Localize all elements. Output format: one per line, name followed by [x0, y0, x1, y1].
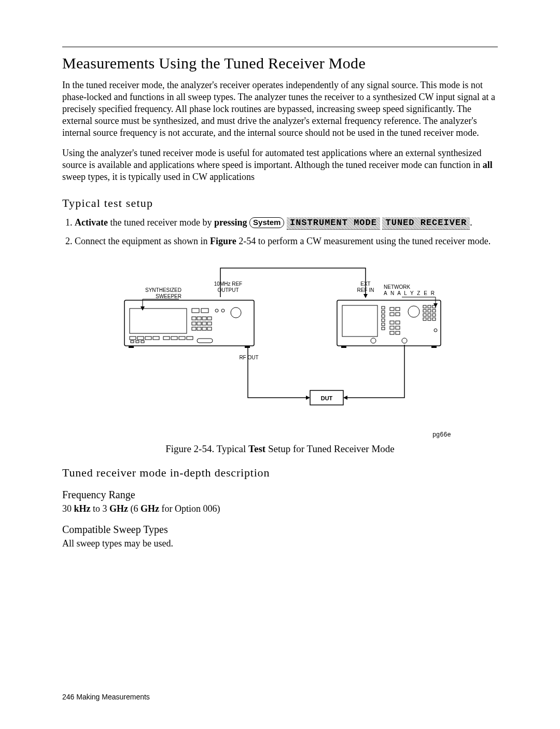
svg-rect-48	[390, 307, 394, 311]
frequency-range-body: 30 kHz to 3 GHz (6 GHz for Option 006)	[62, 503, 498, 515]
step1-tail: .	[470, 217, 472, 228]
svg-rect-67	[432, 314, 436, 316]
label-rf-out: RF OUT	[239, 355, 258, 360]
figure-2-54: .ln { stroke:#000; stroke-width:1.5; fil…	[62, 258, 498, 455]
page-footer: 246 Making Measurements	[62, 693, 150, 701]
setup-steps: Activate the tuned receiver mode by pres…	[62, 216, 498, 247]
p2-pre: Using the analyzer's tuned receiver mode…	[62, 148, 483, 170]
svg-rect-25	[207, 327, 212, 330]
svg-rect-14	[192, 317, 196, 320]
svg-rect-8	[130, 309, 187, 333]
svg-marker-0	[363, 294, 368, 298]
step-2: Connect the equipment as shown in Figure…	[75, 235, 498, 247]
svg-rect-22	[192, 327, 196, 330]
step1-mid: the tuned receiver mode by	[108, 217, 214, 228]
step2-figure-word: Figure	[210, 236, 236, 246]
svg-rect-55	[396, 326, 400, 329]
figure-caption: Figure 2-54. Typical Test Setup for Tune…	[62, 443, 498, 455]
svg-point-71	[434, 329, 437, 332]
svg-rect-16	[202, 317, 206, 320]
hardkey-system: System	[249, 217, 284, 228]
fr-ghz1: GHz	[109, 503, 128, 514]
svg-rect-43	[382, 311, 385, 313]
svg-rect-74	[341, 346, 346, 348]
top-rule	[62, 47, 498, 47]
svg-rect-63	[428, 310, 431, 312]
svg-rect-59	[423, 305, 426, 308]
step1-activate: Activate	[75, 217, 108, 228]
svg-rect-52	[390, 321, 394, 324]
compatible-sweep-body: All sweep types may be used.	[62, 538, 498, 550]
svg-point-73	[402, 338, 407, 343]
svg-point-72	[371, 338, 376, 343]
figure-diagram: .ln { stroke:#000; stroke-width:1.5; fil…	[114, 258, 446, 429]
svg-rect-32	[179, 337, 185, 340]
svg-rect-46	[382, 323, 385, 326]
svg-rect-37	[197, 339, 213, 343]
svg-rect-9	[192, 309, 199, 313]
svg-rect-38	[129, 346, 134, 348]
intro-paragraph-2: Using the analyzer's tuned receiver mode…	[62, 147, 498, 183]
frequency-range-heading: Frequency Range	[62, 489, 498, 501]
svg-rect-30	[163, 337, 170, 340]
figure-id: pg66e	[62, 431, 498, 438]
svg-rect-39	[245, 346, 250, 348]
svg-rect-20	[202, 322, 206, 325]
caption-post: Setup for Tuned Receiver Mode	[265, 443, 395, 454]
page-title: Measurements Using the Tuned Receiver Mo…	[62, 54, 498, 72]
svg-rect-18	[192, 322, 196, 325]
svg-rect-10	[201, 309, 208, 313]
svg-rect-27	[137, 337, 144, 340]
svg-rect-28	[145, 337, 151, 340]
svg-rect-47	[382, 327, 385, 330]
step2-c: 2-54 to perform a CW measurement using t…	[236, 236, 491, 246]
svg-rect-26	[130, 337, 136, 340]
label-network: NETWORK	[384, 284, 410, 290]
svg-point-58	[408, 306, 419, 317]
svg-rect-19	[197, 322, 201, 325]
svg-rect-21	[207, 322, 212, 325]
label-synthesized: SYNTHESIZED	[145, 287, 181, 293]
fr-a: 30	[62, 503, 74, 514]
fr-e: (6	[128, 503, 141, 514]
svg-rect-75	[431, 346, 437, 348]
svg-rect-35	[136, 341, 139, 343]
document-page: Measurements Using the Tuned Receiver Mo…	[0, 0, 560, 729]
svg-rect-54	[390, 326, 394, 329]
svg-rect-64	[432, 310, 436, 312]
label-10mhz-ref: 10MHz REF	[214, 281, 242, 287]
svg-rect-23	[197, 327, 201, 330]
svg-rect-33	[187, 337, 193, 340]
label-output: OUTPUT	[217, 287, 239, 293]
svg-rect-41	[342, 305, 377, 337]
svg-rect-31	[171, 337, 177, 340]
svg-marker-76	[306, 396, 310, 400]
p2-post: sweep types, it is typically used in CW …	[62, 172, 255, 182]
step-1: Activate the tuned receiver mode by pres…	[75, 216, 498, 230]
svg-point-11	[215, 309, 218, 312]
svg-rect-15	[197, 317, 201, 320]
svg-rect-69	[428, 318, 431, 320]
svg-rect-45	[382, 319, 385, 321]
svg-rect-65	[423, 314, 426, 316]
svg-rect-57	[396, 331, 400, 334]
typical-test-setup-heading: Typical test setup	[62, 197, 498, 210]
fr-khz: kHz	[74, 503, 91, 514]
intro-paragraph-1: In the tuned receiver mode, the analyzer…	[62, 79, 498, 139]
svg-point-13	[231, 307, 241, 318]
svg-rect-51	[396, 313, 400, 316]
indepth-heading: Tuned receiver mode in-depth description	[62, 466, 498, 480]
svg-rect-40	[337, 300, 441, 346]
label-sweeper: SWEEPER	[156, 293, 181, 299]
label-analyzer: A N A L Y Z E R	[384, 290, 436, 296]
svg-rect-60	[428, 305, 431, 308]
svg-rect-34	[131, 341, 134, 343]
svg-rect-24	[202, 327, 206, 330]
svg-rect-66	[428, 314, 431, 316]
step1-pressing: pressing	[214, 217, 249, 228]
svg-rect-70	[432, 318, 436, 320]
svg-rect-68	[423, 318, 426, 320]
svg-rect-44	[382, 315, 385, 317]
svg-rect-50	[390, 313, 394, 316]
fr-g: for Option 006)	[159, 503, 220, 514]
